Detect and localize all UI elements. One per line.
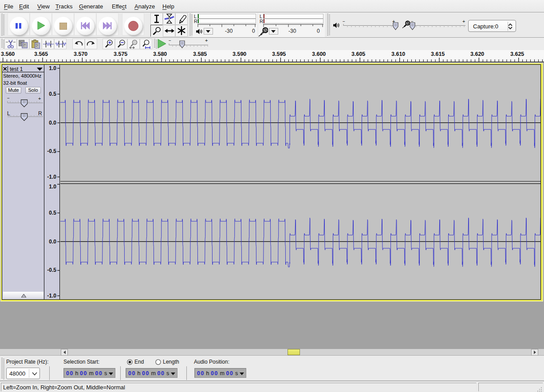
svg-text:3.580: 3.580 <box>153 51 167 57</box>
svg-text:−: − <box>343 20 345 24</box>
svg-text:3.615: 3.615 <box>431 51 445 57</box>
svg-text:−: − <box>7 97 10 101</box>
svg-text:3.620: 3.620 <box>470 51 484 57</box>
svg-text:3.610: 3.610 <box>391 51 405 57</box>
svg-text:3.600: 3.600 <box>312 51 326 57</box>
svg-text:-0.5: -0.5 <box>47 267 56 273</box>
svg-text:3.590: 3.590 <box>233 51 246 57</box>
svg-text:1.0: 1.0 <box>49 184 56 190</box>
svg-text:−: − <box>169 39 171 43</box>
svg-text:0.5: 0.5 <box>49 210 56 216</box>
svg-text:L: L <box>7 110 10 117</box>
svg-text:+: + <box>205 39 208 43</box>
svg-text:3.560: 3.560 <box>1 51 15 57</box>
svg-text:+: + <box>38 97 41 101</box>
svg-text:-1.0: -1.0 <box>47 293 56 299</box>
svg-text:1.0: 1.0 <box>49 65 56 71</box>
svg-text:+: + <box>462 20 465 24</box>
svg-text:0.0: 0.0 <box>49 120 56 126</box>
svg-text:3.595: 3.595 <box>272 51 286 57</box>
svg-text:3.625: 3.625 <box>510 51 524 57</box>
svg-text:3.570: 3.570 <box>74 51 87 57</box>
svg-text:0.0: 0.0 <box>49 239 56 245</box>
svg-text:0.5: 0.5 <box>49 91 56 97</box>
svg-text:3.605: 3.605 <box>351 51 365 57</box>
svg-text:3.585: 3.585 <box>193 51 207 57</box>
svg-text:3.565: 3.565 <box>34 51 48 57</box>
svg-text:-0.5: -0.5 <box>47 148 56 154</box>
svg-text:-1.0: -1.0 <box>47 174 56 180</box>
svg-text:R: R <box>38 110 42 117</box>
svg-text:3.575: 3.575 <box>114 51 127 57</box>
